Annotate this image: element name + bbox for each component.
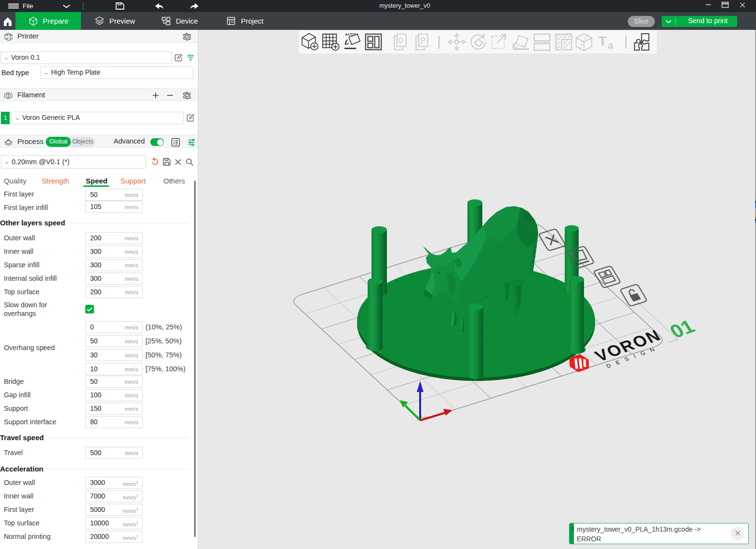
svg-text:01: 01: [666, 316, 699, 342]
svg-text:File: File: [23, 2, 33, 10]
